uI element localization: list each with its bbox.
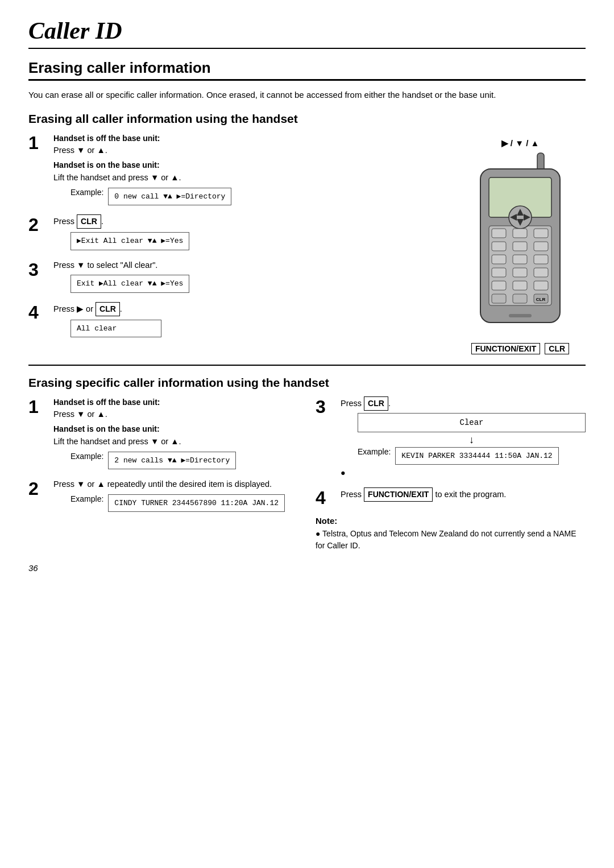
page-title: Caller ID [28, 17, 586, 49]
specific-step-1-content: Handset is off the base unit: Press ▼ or… [53, 396, 298, 473]
divider [28, 365, 586, 366]
specific-step-3-num: 3 [316, 398, 336, 416]
specific-step-3-text: Press CLR. [341, 396, 586, 411]
step-4-content: Press ▶ or CLR. All clear [53, 302, 443, 341]
example-label-1: Example: [70, 188, 103, 197]
specific-right-steps: 3 Press CLR. Clear ↓ Example: KEVIN PARK… [316, 396, 586, 552]
clr-button-4: CLR [96, 302, 120, 316]
offbase-text: Press ▼ or ▲. [53, 146, 107, 155]
step-1-onbase: Handset is on the base unit: Lift the ha… [53, 159, 443, 184]
phone-buttons-label: ▶ / ▼ / ▲ [501, 138, 540, 148]
spec-offbase-text: Press ▼ or ▲. [53, 410, 107, 419]
svg-rect-14 [534, 242, 548, 251]
screen-box-3: Exit ▶All clear ▼▲ ▶=Yes [70, 275, 189, 293]
step-1-example: Example: 0 new call ▼▲ ▶=Directory [70, 188, 443, 206]
svg-rect-21 [492, 281, 506, 290]
specific-step-1-onbase: Handset is on the base unit: Lift the ha… [53, 423, 298, 448]
erase-specific-section: 1 Handset is off the base unit: Press ▼ … [28, 396, 586, 552]
step-1-num: 1 [28, 134, 49, 152]
note-bullet: ● [316, 529, 320, 538]
specific-step-1-example: Example: 2 new calls ▼▲ ▶=Directory [70, 452, 298, 470]
svg-rect-11 [534, 229, 548, 238]
note-text: ● Telstra, Optus and Telecom New Zealand… [316, 528, 586, 552]
specific-step-2-example: Example: CINDY TURNER 2344567890 11:20A … [70, 494, 298, 512]
arrow-down: ↓ [358, 435, 586, 445]
specific-step-2-num: 2 [28, 480, 49, 498]
page-number: 36 [28, 563, 586, 573]
step-3-text: Press ▼ to select "All clear". [53, 259, 443, 272]
svg-rect-20 [534, 268, 548, 277]
step-3-content: Press ▼ to select "All clear". Exit ▶All… [53, 259, 443, 296]
step-2-example: ▶Exit All clear ▼▲ ▶=Yes [70, 232, 443, 250]
svg-rect-15 [492, 255, 506, 264]
svg-rect-28 [509, 314, 532, 317]
specific-step-4-num: 4 [316, 489, 336, 507]
step-3-example: Exit ▶All clear ▼▲ ▶=Yes [70, 275, 443, 293]
specific-step-2-content: Press ▼ or ▲ repeatedly until the desire… [53, 478, 298, 515]
specific-step-3-repeat: ● [341, 467, 586, 480]
specific-left-steps: 1 Handset is off the base unit: Press ▼ … [28, 396, 298, 552]
step-2-num: 2 [28, 216, 49, 234]
specific-step-4-content: Press FUNCTION/EXIT to exit the program. [341, 487, 586, 504]
svg-rect-23 [534, 281, 548, 290]
svg-rect-25 [513, 294, 527, 303]
svg-rect-19 [513, 268, 527, 277]
phone-illustration-col: ▶ / ▼ / ▲ [455, 133, 586, 354]
clr-label-phone: CLR [545, 343, 569, 354]
subsection2-title: Erasing specific caller information usin… [28, 376, 586, 390]
specific-step-3-example: Example: KEVIN PARKER 3334444 11:50A JAN… [358, 447, 586, 465]
clear-box: Clear [358, 413, 586, 432]
function-exit-button-spec: FUNCTION/EXIT [364, 487, 433, 502]
svg-rect-9 [492, 229, 506, 238]
clr-button-spec-3: CLR [364, 396, 388, 411]
specific-step-4-row: 4 Press FUNCTION/EXIT to exit the progra… [316, 487, 586, 507]
spec-example-label-3: Example: [358, 447, 391, 456]
clr-button-2: CLR [77, 214, 101, 229]
specific-step-2-text: Press ▼ or ▲ repeatedly until the desire… [53, 478, 298, 491]
spec-screen-1: 2 new calls ▼▲ ▶=Directory [108, 452, 236, 470]
section1-title: Erasing caller information [28, 59, 586, 81]
spec-example-label-1: Example: [70, 452, 103, 461]
intro-text: You can erase all or specific caller inf… [28, 89, 586, 102]
offbase-label: Handset is off the base unit: [53, 134, 160, 143]
clear-display-area: Clear ↓ Example: KEVIN PARKER 3334444 11… [358, 413, 586, 465]
svg-rect-13 [513, 242, 527, 251]
step-3-num: 3 [28, 261, 49, 279]
note-title: Note: [316, 516, 586, 526]
svg-rect-16 [513, 255, 527, 264]
spec-onbase-label: Handset is on the base unit: [53, 424, 160, 433]
specific-step-3-row: 3 Press CLR. Clear ↓ Example: KEVIN PARK… [316, 396, 586, 482]
svg-rect-12 [492, 242, 506, 251]
phone-svg: CLR [463, 152, 577, 340]
svg-rect-18 [492, 268, 506, 277]
erase-all-steps: 1 Handset is off the base unit: Press ▼ … [28, 133, 443, 354]
specific-step-1-num: 1 [28, 398, 49, 416]
erase-all-section: 1 Handset is off the base unit: Press ▼ … [28, 133, 586, 354]
specific-step-2-row: 2 Press ▼ or ▲ repeatedly until the desi… [28, 478, 298, 515]
spec-example-label-2: Example: [70, 494, 103, 503]
svg-rect-22 [513, 281, 527, 290]
step-4-text: Press ▶ or CLR. [53, 302, 443, 316]
subsection1-title: Erasing all caller information using the… [28, 112, 586, 126]
screen-box-4: All clear [70, 320, 161, 338]
svg-rect-17 [534, 255, 548, 264]
note-section: Note: ● Telstra, Optus and Telecom New Z… [316, 516, 586, 552]
step-4-num: 4 [28, 303, 49, 321]
screen-box-1: 0 new call ▼▲ ▶=Directory [108, 188, 231, 206]
button-labels-row: FUNCTION/EXIT CLR [471, 343, 569, 354]
svg-text:CLR: CLR [536, 297, 546, 302]
step-1-row: 1 Handset is off the base unit: Press ▼ … [28, 133, 443, 209]
svg-rect-10 [513, 229, 527, 238]
spec-offbase-label: Handset is off the base unit: [53, 398, 160, 407]
specific-step-1-row: 1 Handset is off the base unit: Press ▼ … [28, 396, 298, 473]
function-exit-label-phone: FUNCTION/EXIT [471, 343, 540, 354]
bullet-sym: ● [341, 468, 346, 477]
note-body: Telstra, Optus and Telecom New Zealand d… [316, 529, 576, 550]
onbase-label: Handset is on the base unit: [53, 160, 160, 170]
specific-step-3-content: Press CLR. Clear ↓ Example: KEVIN PARKER… [341, 396, 586, 482]
step-1-content: Handset is off the base unit: Press ▼ or… [53, 133, 443, 209]
step-1-offbase: Handset is off the base unit: Press ▼ or… [53, 133, 443, 158]
spec-screen-2: CINDY TURNER 2344567890 11:20A JAN.12 [108, 494, 285, 512]
step-2-content: Press CLR. ▶Exit All clear ▼▲ ▶=Yes [53, 214, 443, 254]
step-4-row: 4 Press ▶ or CLR. All clear [28, 302, 443, 341]
